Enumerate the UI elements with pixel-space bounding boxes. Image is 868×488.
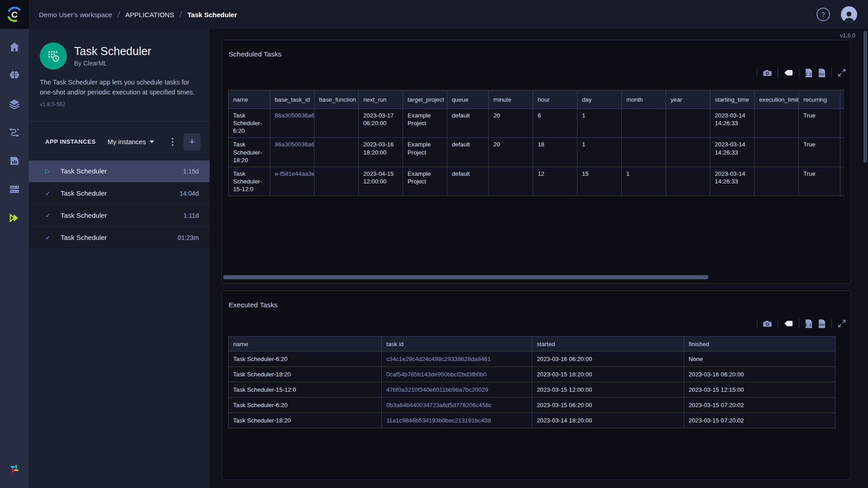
help-icon[interactable]: ? bbox=[816, 8, 830, 21]
cell-task-id[interactable]: 11a1c9846b534193b0bec213191bc438 bbox=[382, 413, 532, 428]
app-instance-row[interactable]: ✓ Task Scheduler 01:23m bbox=[29, 227, 210, 249]
nav-dashboard[interactable] bbox=[0, 33, 29, 61]
cell-recurring: True bbox=[799, 109, 840, 138]
cell-base-task-id[interactable]: e-f581e44aa3ee bbox=[270, 167, 314, 196]
instance-name: Task Scheduler bbox=[61, 211, 107, 219]
app-instance-row[interactable]: ✓ Task Scheduler 1:11d bbox=[29, 205, 210, 227]
cell-finished: 2023-03-15 07:20:02 bbox=[684, 398, 835, 413]
download-csv-icon[interactable]: CSV bbox=[818, 319, 826, 328]
cell-started: 2023-03-15 18:20:00 bbox=[532, 367, 684, 382]
download-json-icon[interactable]: { } bbox=[805, 319, 812, 328]
cell-clipped bbox=[840, 167, 845, 196]
column-header[interactable]: base_task_id bbox=[270, 90, 314, 109]
cell-year bbox=[666, 109, 710, 138]
column-header[interactable]: year bbox=[666, 90, 710, 109]
cell-queue: default bbox=[447, 109, 489, 138]
executed-task-row[interactable]: Task Scheduler-18:20 11a1c9846b534193b0b… bbox=[229, 413, 835, 428]
cell-next-run: 2023-03-16 18:20:00 bbox=[359, 138, 403, 167]
download-json-icon[interactable]: { } bbox=[805, 69, 812, 77]
download-csv-icon[interactable]: CSV bbox=[818, 69, 826, 77]
horizontal-scrollbar[interactable] bbox=[223, 275, 708, 279]
app-description: The Task Scheduler app lets you schedule… bbox=[40, 78, 199, 98]
cell-base-task-id[interactable]: 86a3050036a64 bbox=[270, 138, 314, 167]
column-header[interactable]: day bbox=[577, 90, 622, 109]
column-header[interactable]: minute bbox=[489, 90, 533, 109]
column-header[interactable]: target_project bbox=[403, 90, 447, 109]
nav-datasets[interactable] bbox=[0, 89, 29, 118]
nav-reports[interactable] bbox=[0, 146, 29, 175]
column-header[interactable]: name bbox=[229, 337, 382, 352]
executed-task-row[interactable]: Task Scheduler-6:20 c34c1e29c4d24c498c29… bbox=[229, 352, 835, 367]
breadcrumb-separator: / bbox=[117, 9, 121, 19]
screenshot-camera-icon[interactable] bbox=[763, 320, 772, 327]
toolbar-divider bbox=[831, 319, 832, 328]
instances-filter-dropdown[interactable]: My instances bbox=[108, 138, 154, 145]
add-instance-button[interactable]: + bbox=[183, 133, 201, 150]
instance-elapsed-time: 14:04d bbox=[179, 190, 199, 197]
cell-clipped bbox=[840, 138, 845, 167]
clearml-logo[interactable]: C bbox=[0, 0, 29, 29]
column-header[interactable]: recurring bbox=[799, 90, 840, 109]
cell-task-id[interactable]: 0b3a64b440034723a6d5d778206c458c bbox=[382, 398, 532, 413]
instances-menu-button[interactable] bbox=[170, 136, 175, 148]
vertical-scrollbar[interactable] bbox=[863, 31, 867, 163]
cell-recurring: True bbox=[799, 167, 840, 196]
app-instance-row[interactable]: ▷ Task Scheduler 1:15d bbox=[29, 160, 210, 183]
column-header[interactable]: base_function bbox=[314, 90, 359, 109]
cell-started: 2023-03-14 18:20:00 bbox=[532, 413, 684, 428]
maximize-icon[interactable] bbox=[838, 319, 846, 328]
cell-task-id[interactable]: 47bf0a3210f340e6911bb98a7bc20029 bbox=[382, 382, 532, 398]
cell-task-id[interactable]: 0caf54b765b143de950bbcf2bd3fb0b0 bbox=[382, 367, 532, 382]
scheduled-task-row[interactable]: Task Scheduler-18:20 86a3050036a64 2023-… bbox=[229, 138, 845, 167]
nav-workers-queues[interactable] bbox=[0, 175, 29, 203]
scheduled-task-row[interactable]: Task Scheduler-6:20 86a3050036a64 2023-0… bbox=[229, 109, 845, 138]
screenshot-camera-icon[interactable] bbox=[763, 69, 772, 76]
cell-next-run: 2023-03-17 06:20:00 bbox=[359, 109, 403, 138]
cell-execution-limit bbox=[755, 109, 799, 138]
breadcrumb-current-page: Task Scheduler bbox=[188, 11, 237, 19]
toolbar-divider bbox=[757, 319, 757, 328]
scheduled-task-row[interactable]: Task Scheduler-15-12:0 e-f581e44aa3ee 20… bbox=[229, 167, 845, 196]
cell-starting-time: 2023-03-14 14:26:33 bbox=[710, 167, 755, 196]
nav-pipelines[interactable] bbox=[0, 118, 29, 146]
breadcrumb-applications[interactable]: APPLICATIONS bbox=[125, 11, 174, 19]
app-version: v1.8.0-582 bbox=[40, 101, 199, 121]
column-header[interactable]: finished bbox=[684, 337, 835, 352]
hide-eraser-icon[interactable] bbox=[784, 320, 793, 327]
nav-projects[interactable] bbox=[0, 61, 29, 89]
applications-icon bbox=[8, 212, 21, 224]
column-header[interactable]: task id bbox=[382, 337, 532, 352]
column-header[interactable]: started bbox=[532, 337, 684, 352]
column-header[interactable]: starting_time bbox=[710, 90, 755, 109]
executed-task-row[interactable]: Task Scheduler-6:20 0b3a64b440034723a6d5… bbox=[229, 398, 835, 413]
instance-name: Task Scheduler bbox=[61, 234, 107, 241]
instance-name: Task Scheduler bbox=[61, 189, 107, 197]
cell-started: 2023-03-16 06:20:00 bbox=[532, 352, 684, 367]
breadcrumb-workspace[interactable]: Demo User's workspace bbox=[39, 11, 112, 19]
app-instance-row[interactable]: ✓ Task Scheduler 14:04d bbox=[29, 183, 210, 205]
cell-started: 2023-03-15 06:20:00 bbox=[532, 398, 684, 413]
executed-task-row[interactable]: Task Scheduler-18:20 0caf54b765b143de950… bbox=[229, 367, 835, 382]
pipelines-icon bbox=[9, 127, 20, 138]
cell-base-task-id[interactable]: 86a3050036a64 bbox=[270, 109, 314, 138]
clearml-logo-icon: C bbox=[5, 5, 23, 23]
column-header[interactable]: execution_limit_h bbox=[755, 90, 799, 109]
cell-name: Task Scheduler-6:20 bbox=[229, 398, 382, 413]
scheduled-tasks-toolbar: { } CSV bbox=[757, 68, 846, 77]
column-header[interactable]: next_run bbox=[359, 90, 403, 109]
nav-slack-community[interactable] bbox=[0, 454, 29, 483]
cell-task-id[interactable]: c34c1e29c4d24c498c29338628da8461 bbox=[382, 352, 532, 367]
column-header[interactable]: month bbox=[622, 90, 666, 109]
cell-day: 1 bbox=[577, 109, 622, 138]
maximize-icon[interactable] bbox=[838, 69, 846, 77]
column-header[interactable]: name bbox=[229, 90, 270, 109]
nav-applications[interactable] bbox=[0, 203, 29, 232]
user-avatar[interactable] bbox=[841, 6, 857, 23]
hide-eraser-icon[interactable] bbox=[784, 70, 793, 76]
executed-tasks-title: Executed Tasks bbox=[229, 301, 277, 309]
column-header[interactable]: hour bbox=[533, 90, 577, 109]
report-chart-icon bbox=[9, 155, 20, 167]
instance-name: Task Scheduler bbox=[61, 167, 107, 175]
column-header[interactable]: queue bbox=[447, 90, 489, 109]
executed-task-row[interactable]: Task Scheduler-15-12:0 47bf0a3210f340e69… bbox=[229, 382, 835, 398]
